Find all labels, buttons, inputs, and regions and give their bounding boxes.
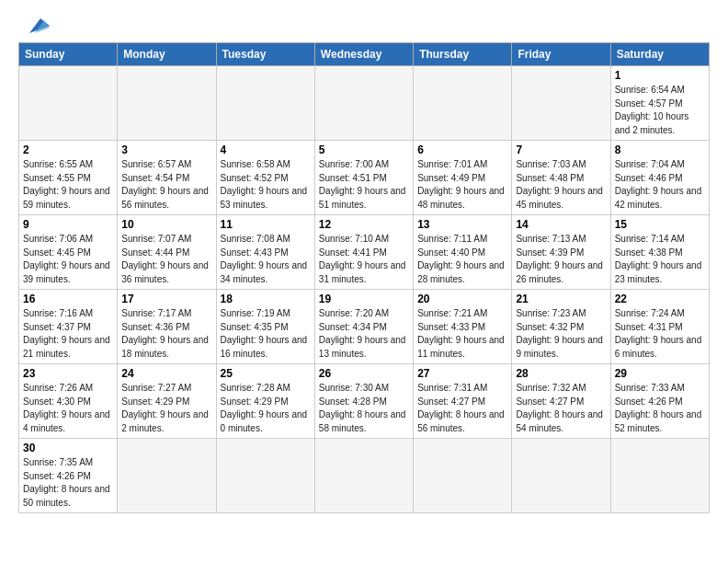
col-header-tuesday: Tuesday: [216, 43, 314, 66]
day-number: 28: [516, 367, 606, 380]
calendar-cell: 8Sunrise: 7:04 AMSunset: 4:46 PMDaylight…: [610, 141, 709, 215]
day-info: Sunrise: 6:55 AMSunset: 4:55 PMDaylight:…: [23, 158, 113, 212]
calendar-cell: 3Sunrise: 6:57 AMSunset: 4:54 PMDaylight…: [118, 141, 216, 215]
calendar-cell: 5Sunrise: 7:00 AMSunset: 4:51 PMDaylight…: [314, 141, 413, 215]
calendar-cell: 26Sunrise: 7:30 AMSunset: 4:28 PMDayligh…: [314, 364, 413, 439]
day-info: Sunrise: 7:04 AMSunset: 4:46 PMDaylight:…: [615, 158, 705, 212]
col-header-saturday: Saturday: [610, 43, 709, 66]
day-number: 30: [23, 442, 113, 454]
day-number: 29: [615, 367, 705, 380]
calendar-cell: 19Sunrise: 7:20 AMSunset: 4:34 PMDayligh…: [314, 290, 413, 364]
calendar-week-3: 16Sunrise: 7:16 AMSunset: 4:37 PMDayligh…: [19, 290, 710, 364]
day-number: 21: [516, 293, 606, 305]
day-number: 23: [23, 367, 113, 380]
col-header-monday: Monday: [118, 43, 216, 66]
calendar-cell: 9Sunrise: 7:06 AMSunset: 4:45 PMDaylight…: [19, 215, 118, 290]
calendar-cell: [216, 66, 314, 141]
day-number: 16: [23, 293, 113, 305]
calendar-cell: 20Sunrise: 7:21 AMSunset: 4:33 PMDayligh…: [414, 290, 512, 364]
calendar-cell: 16Sunrise: 7:16 AMSunset: 4:37 PMDayligh…: [19, 290, 118, 364]
day-info: Sunrise: 6:58 AMSunset: 4:52 PMDaylight:…: [221, 158, 311, 212]
day-info: Sunrise: 7:26 AMSunset: 4:30 PMDaylight:…: [23, 382, 113, 435]
day-info: Sunrise: 7:21 AMSunset: 4:33 PMDaylight:…: [417, 307, 507, 361]
day-number: 18: [221, 293, 311, 305]
day-info: Sunrise: 7:28 AMSunset: 4:29 PMDaylight:…: [221, 382, 311, 435]
calendar-cell: [610, 439, 709, 513]
day-info: Sunrise: 7:17 AMSunset: 4:36 PMDaylight:…: [121, 307, 211, 361]
day-info: Sunrise: 7:10 AMSunset: 4:41 PMDaylight:…: [319, 233, 409, 286]
calendar-cell: [512, 66, 610, 141]
calendar-cell: 27Sunrise: 7:31 AMSunset: 4:27 PMDayligh…: [414, 364, 512, 439]
logo: [18, 15, 50, 35]
day-number: 12: [319, 218, 409, 231]
day-number: 11: [221, 218, 311, 231]
calendar-cell: [314, 66, 413, 141]
day-info: Sunrise: 7:33 AMSunset: 4:26 PMDaylight:…: [615, 382, 705, 435]
day-info: Sunrise: 6:54 AMSunset: 4:57 PMDaylight:…: [615, 84, 705, 137]
calendar-week-4: 23Sunrise: 7:26 AMSunset: 4:30 PMDayligh…: [19, 364, 710, 439]
day-number: 8: [615, 144, 705, 156]
calendar-cell: [314, 439, 413, 513]
day-number: 15: [615, 218, 705, 231]
calendar-cell: 12Sunrise: 7:10 AMSunset: 4:41 PMDayligh…: [314, 215, 413, 290]
day-number: 2: [23, 144, 113, 156]
calendar-cell: [512, 439, 610, 513]
calendar-cell: 22Sunrise: 7:24 AMSunset: 4:31 PMDayligh…: [610, 290, 709, 364]
calendar-week-0: 1Sunrise: 6:54 AMSunset: 4:57 PMDaylight…: [19, 66, 710, 141]
day-number: 4: [221, 144, 311, 156]
calendar-cell: 14Sunrise: 7:13 AMSunset: 4:39 PMDayligh…: [512, 215, 610, 290]
calendar-cell: 28Sunrise: 7:32 AMSunset: 4:27 PMDayligh…: [512, 364, 610, 439]
day-info: Sunrise: 7:24 AMSunset: 4:31 PMDaylight:…: [615, 307, 705, 361]
calendar-week-1: 2Sunrise: 6:55 AMSunset: 4:55 PMDaylight…: [19, 141, 710, 215]
calendar-cell: [414, 66, 512, 141]
calendar-table: SundayMondayTuesdayWednesdayThursdayFrid…: [18, 42, 710, 513]
day-number: 24: [121, 367, 211, 380]
day-info: Sunrise: 7:20 AMSunset: 4:34 PMDaylight:…: [319, 307, 409, 361]
header: [18, 15, 710, 35]
day-number: 19: [319, 293, 409, 305]
logo-icon: [20, 15, 50, 35]
day-info: Sunrise: 6:57 AMSunset: 4:54 PMDaylight:…: [121, 158, 211, 212]
calendar-cell: 24Sunrise: 7:27 AMSunset: 4:29 PMDayligh…: [118, 364, 216, 439]
calendar-header-row: SundayMondayTuesdayWednesdayThursdayFrid…: [19, 43, 710, 66]
day-number: 1: [615, 69, 705, 82]
col-header-thursday: Thursday: [414, 43, 512, 66]
calendar-cell: 25Sunrise: 7:28 AMSunset: 4:29 PMDayligh…: [216, 364, 314, 439]
calendar-cell: 4Sunrise: 6:58 AMSunset: 4:52 PMDaylight…: [216, 141, 314, 215]
day-number: 14: [516, 218, 606, 231]
day-info: Sunrise: 7:31 AMSunset: 4:27 PMDaylight:…: [417, 382, 507, 435]
day-info: Sunrise: 7:06 AMSunset: 4:45 PMDaylight:…: [23, 233, 113, 286]
calendar-week-5: 30Sunrise: 7:35 AMSunset: 4:26 PMDayligh…: [19, 439, 710, 513]
calendar-cell: [19, 66, 118, 141]
day-info: Sunrise: 7:07 AMSunset: 4:44 PMDaylight:…: [121, 233, 211, 286]
day-number: 7: [516, 144, 606, 156]
day-number: 27: [417, 367, 507, 380]
col-header-sunday: Sunday: [19, 43, 118, 66]
calendar-cell: 21Sunrise: 7:23 AMSunset: 4:32 PMDayligh…: [512, 290, 610, 364]
calendar-cell: 1Sunrise: 6:54 AMSunset: 4:57 PMDaylight…: [610, 66, 709, 141]
day-info: Sunrise: 7:23 AMSunset: 4:32 PMDaylight:…: [516, 307, 606, 361]
day-number: 5: [319, 144, 409, 156]
day-number: 26: [319, 367, 409, 380]
calendar-cell: [118, 66, 216, 141]
day-info: Sunrise: 7:16 AMSunset: 4:37 PMDaylight:…: [23, 307, 113, 361]
day-number: 20: [417, 293, 507, 305]
calendar-cell: 7Sunrise: 7:03 AMSunset: 4:48 PMDaylight…: [512, 141, 610, 215]
calendar-cell: 2Sunrise: 6:55 AMSunset: 4:55 PMDaylight…: [19, 141, 118, 215]
day-info: Sunrise: 7:00 AMSunset: 4:51 PMDaylight:…: [319, 158, 409, 212]
day-info: Sunrise: 7:11 AMSunset: 4:40 PMDaylight:…: [417, 233, 507, 286]
calendar-week-2: 9Sunrise: 7:06 AMSunset: 4:45 PMDaylight…: [19, 215, 710, 290]
day-number: 10: [121, 218, 211, 231]
day-number: 13: [417, 218, 507, 231]
calendar-cell: [414, 439, 512, 513]
day-number: 9: [23, 218, 113, 231]
day-number: 17: [121, 293, 211, 305]
day-number: 25: [221, 367, 311, 380]
calendar-cell: 13Sunrise: 7:11 AMSunset: 4:40 PMDayligh…: [414, 215, 512, 290]
calendar-cell: 11Sunrise: 7:08 AMSunset: 4:43 PMDayligh…: [216, 215, 314, 290]
calendar-page: SundayMondayTuesdayWednesdayThursdayFrid…: [0, 0, 728, 563]
calendar-cell: 23Sunrise: 7:26 AMSunset: 4:30 PMDayligh…: [19, 364, 118, 439]
day-number: 3: [121, 144, 211, 156]
day-info: Sunrise: 7:14 AMSunset: 4:38 PMDaylight:…: [615, 233, 705, 286]
calendar-cell: 10Sunrise: 7:07 AMSunset: 4:44 PMDayligh…: [118, 215, 216, 290]
